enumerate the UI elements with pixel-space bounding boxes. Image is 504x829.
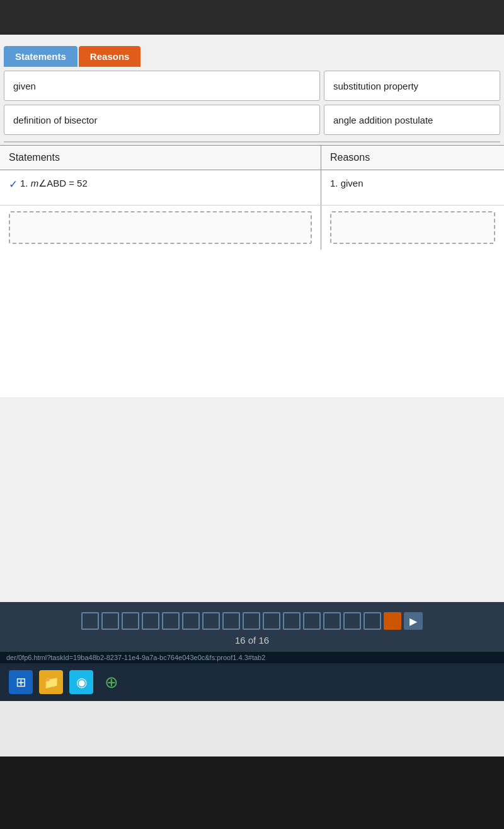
proof-header-statements: Statements <box>0 146 321 170</box>
page-square-11[interactable] <box>283 612 301 630</box>
options-right: substitution property angle addition pos… <box>324 71 500 135</box>
tab-statements[interactable]: Statements <box>4 46 77 67</box>
page-square-10[interactable] <box>263 612 280 630</box>
proof-table: Statements Reasons ✓ 1. m∠ABD = 52 1. gi… <box>0 145 504 397</box>
taskbar: ⊞ 📁 ◉ ⊕ <box>0 663 504 701</box>
option-given[interactable]: given <box>4 71 320 101</box>
page-square-9[interactable] <box>243 612 260 630</box>
tab-reasons[interactable]: Reasons <box>79 46 141 67</box>
browser-icon[interactable]: ◉ <box>69 670 93 694</box>
page-square-6[interactable] <box>182 612 200 630</box>
page-square-5[interactable] <box>162 612 180 630</box>
option-definition[interactable]: definition of bisector <box>4 105 320 135</box>
cell-reason-1: 1. given <box>321 170 504 205</box>
drop-zone-statement[interactable] <box>0 206 321 250</box>
divider <box>4 141 500 142</box>
cell-statement-1: ✓ 1. m∠ABD = 52 <box>0 170 321 205</box>
drop-target-statement[interactable] <box>9 211 312 244</box>
page-square-8[interactable] <box>222 612 240 630</box>
option-angle-addition[interactable]: angle addition postulate <box>324 105 500 135</box>
pagination-squares: ▶ <box>81 612 423 630</box>
windows-icon[interactable]: ⊞ <box>9 670 33 694</box>
page-square-3[interactable] <box>122 612 139 630</box>
page-counter: 16 of 16 <box>235 635 269 646</box>
page-square-7[interactable] <box>202 612 220 630</box>
page-square-1[interactable] <box>81 612 99 630</box>
proof-header-row: Statements Reasons <box>0 146 504 170</box>
url-bar: der/0fp6.html?taskId=19ba48b2-8237-11e4-… <box>0 652 504 663</box>
option-substitution[interactable]: substitution property <box>324 71 500 101</box>
table-row: ✓ 1. m∠ABD = 52 1. given <box>0 170 504 206</box>
drop-zone-reason[interactable] <box>321 206 504 250</box>
page-square-13[interactable] <box>323 612 341 630</box>
options-area: given definition of bisector substitutio… <box>0 67 504 139</box>
chrome-icon[interactable]: ⊕ <box>100 670 123 694</box>
top-bar <box>0 0 504 35</box>
page-square-15[interactable] <box>364 612 381 630</box>
drop-target-reason[interactable] <box>330 211 495 244</box>
page-square-4[interactable] <box>142 612 159 630</box>
page-square-12[interactable] <box>303 612 321 630</box>
proof-header-reasons: Reasons <box>321 146 504 170</box>
options-left: given definition of bisector <box>4 71 320 135</box>
pagination-area: ▶ 16 of 16 <box>0 602 504 652</box>
statement-text-1: 1. m∠ABD = 52 <box>20 178 88 189</box>
drop-zone-row <box>0 206 504 250</box>
file-explorer-icon[interactable]: 📁 <box>39 670 63 694</box>
page-square-2[interactable] <box>101 612 119 630</box>
reason-text-1: 1. given <box>330 178 364 188</box>
page-square-14[interactable] <box>343 612 361 630</box>
tabs-row: Statements Reasons <box>0 41 504 67</box>
page-next-button[interactable]: ▶ <box>404 612 423 630</box>
page-square-current[interactable] <box>384 612 401 630</box>
main-content: Statements Reasons given definition of b… <box>0 35 504 602</box>
checkmark-icon: ✓ <box>9 178 18 191</box>
